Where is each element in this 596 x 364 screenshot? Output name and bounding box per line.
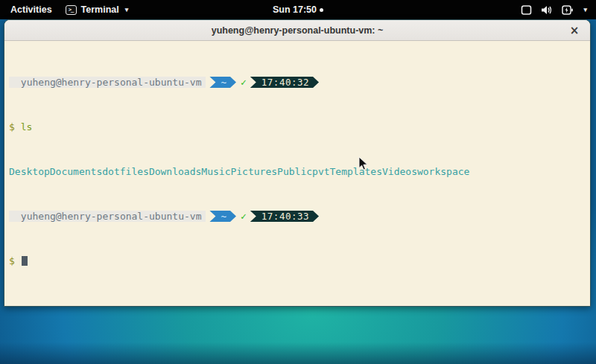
directory-entry: Templates [330,166,382,177]
notification-dot-icon [320,8,323,12]
prompt-symbol: $ [9,121,15,132]
display-icon [521,5,532,15]
status-check-icon: ✓ [241,77,247,88]
chevron-down-icon: ▾ [583,6,587,13]
directory-entry: Documents [50,166,102,177]
prompt-path-segment: ~ [209,77,236,88]
directory-entry: dotfiles [102,166,149,177]
clock-button[interactable]: Sun 17:50 [273,4,323,15]
window-title: yuheng@henry-personal-ubuntu-vm: ~ [212,25,384,36]
directory-entry: workspace [417,166,469,177]
top-bar: Activities >_ Terminal ▾ Sun 17:50 ▾ [0,0,596,19]
battery-charging-icon [562,5,573,15]
prompt-line: yuheng@henry-personal-ubuntu-vm ~ ✓ 17:4… [9,211,586,222]
prompt-symbol: $ [9,255,15,266]
prompt-user-segment: yuheng@henry-personal-ubuntu-vm [9,211,206,222]
volume-icon [541,5,553,15]
prompt-time-segment: 17:40:33 [250,211,319,222]
typed-command: ls [21,121,33,132]
system-status-area[interactable]: ▾ [521,5,596,15]
window-titlebar[interactable]: yuheng@henry-personal-ubuntu-vm: ~ × [4,20,590,41]
prompt-line: yuheng@henry-personal-ubuntu-vm ~ ✓ 17:4… [9,77,586,88]
directory-entry: Music [201,166,230,177]
directory-entry: Desktop [9,166,50,177]
app-menu-terminal[interactable]: >_ Terminal ▾ [66,4,129,15]
clock-label: Sun 17:50 [273,4,317,15]
prompt-path-segment: ~ [209,211,236,222]
directory-entry: Videos [382,166,417,177]
command-line: $ [9,255,586,266]
prompt-user-segment: yuheng@henry-personal-ubuntu-vm [9,77,206,88]
directory-entry: pvt [312,166,329,177]
directory-entry: Public [277,166,312,177]
terminal-app-icon: >_ [66,5,77,15]
prompt-time-segment: 17:40:32 [250,77,319,88]
close-button[interactable]: × [566,20,583,40]
terminal-window: yuheng@henry-personal-ubuntu-vm: ~ × yuh… [4,19,591,307]
status-check-icon: ✓ [241,211,247,222]
activities-button[interactable]: Activities [7,3,55,16]
mouse-cursor [358,156,368,170]
directory-entry: Pictures [230,166,277,177]
terminal-cursor [22,256,28,266]
chevron-down-icon: ▾ [125,6,129,13]
ls-output-line: Desktop Documents dotfiles Downloads Mus… [9,166,586,177]
app-menu-label: Terminal [81,4,119,15]
terminal-screen[interactable]: yuheng@henry-personal-ubuntu-vm ~ ✓ 17:4… [4,41,590,307]
command-line: $ ls [9,121,586,132]
directory-entry: Downloads [149,166,201,177]
